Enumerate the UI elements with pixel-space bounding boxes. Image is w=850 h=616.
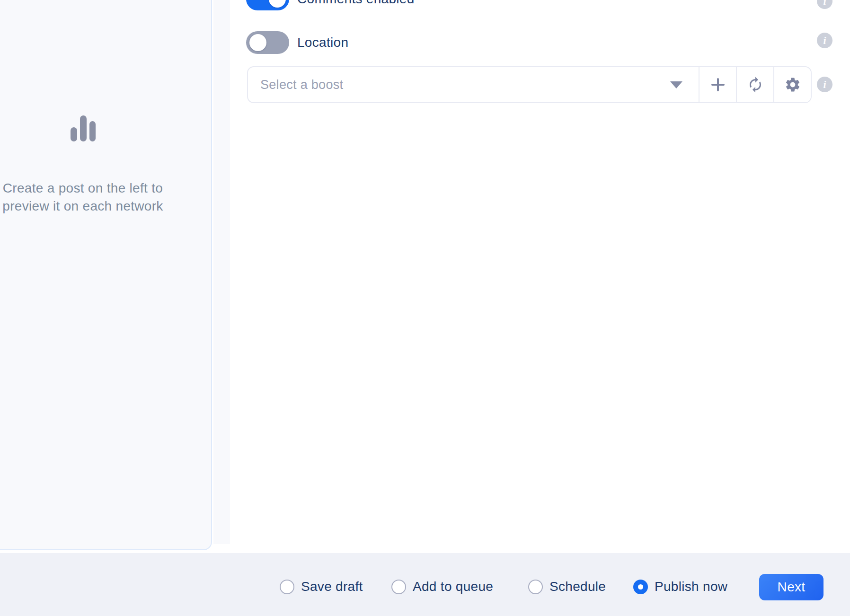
plus-icon xyxy=(710,77,726,93)
boost-info-icon[interactable]: i xyxy=(817,77,832,92)
network-preview-panel: Create a post on the left to preview it … xyxy=(0,0,212,550)
radio-icon[interactable] xyxy=(633,580,648,594)
toggle-knob xyxy=(249,34,266,51)
radio-icon[interactable] xyxy=(280,580,294,594)
add-boost-button[interactable] xyxy=(699,67,736,102)
empty-state-line-2: preview it on each network xyxy=(2,197,163,215)
refresh-boosts-button[interactable] xyxy=(736,67,773,102)
publish-action-bar: Save draft Add to queue Schedule Publish… xyxy=(0,553,850,616)
panel-gutter xyxy=(213,0,230,544)
refresh-icon xyxy=(747,76,764,93)
bar-chart-icon xyxy=(71,115,96,141)
boost-select-placeholder: Select a boost xyxy=(260,78,343,92)
comments-enabled-toggle[interactable] xyxy=(246,0,289,10)
location-label: Location xyxy=(297,35,348,50)
save-draft-label: Save draft xyxy=(301,579,363,594)
boost-select-dropdown[interactable]: Select a boost xyxy=(248,67,699,102)
boost-control-group: Select a boost xyxy=(247,66,812,103)
toggle-knob xyxy=(269,0,286,8)
empty-state-line-1: Create a post on the left to xyxy=(2,179,163,197)
empty-state-text: Create a post on the left to preview it … xyxy=(2,179,163,215)
boost-settings-button[interactable] xyxy=(773,67,811,102)
radio-icon[interactable] xyxy=(391,580,406,594)
next-button[interactable]: Next xyxy=(759,574,823,600)
publish-now-radio-option[interactable]: Publish now xyxy=(633,579,727,594)
add-to-queue-label: Add to queue xyxy=(413,579,493,594)
location-info-icon[interactable]: i xyxy=(817,33,832,48)
chevron-down-icon xyxy=(670,81,682,88)
schedule-label: Schedule xyxy=(549,579,606,594)
publish-now-label: Publish now xyxy=(655,579,727,594)
location-toggle[interactable] xyxy=(246,31,289,54)
comments-enabled-label: Comments enabled xyxy=(297,0,415,7)
post-composer-screen: Create a post on the left to preview it … xyxy=(0,0,850,616)
gear-icon xyxy=(784,76,801,93)
add-to-queue-radio-option[interactable]: Add to queue xyxy=(391,579,493,594)
save-draft-radio-option[interactable]: Save draft xyxy=(280,579,363,594)
radio-icon[interactable] xyxy=(528,580,543,594)
preview-empty-state: Create a post on the left to preview it … xyxy=(0,115,211,215)
schedule-radio-option[interactable]: Schedule xyxy=(528,579,606,594)
comments-info-icon[interactable]: i xyxy=(817,0,832,9)
